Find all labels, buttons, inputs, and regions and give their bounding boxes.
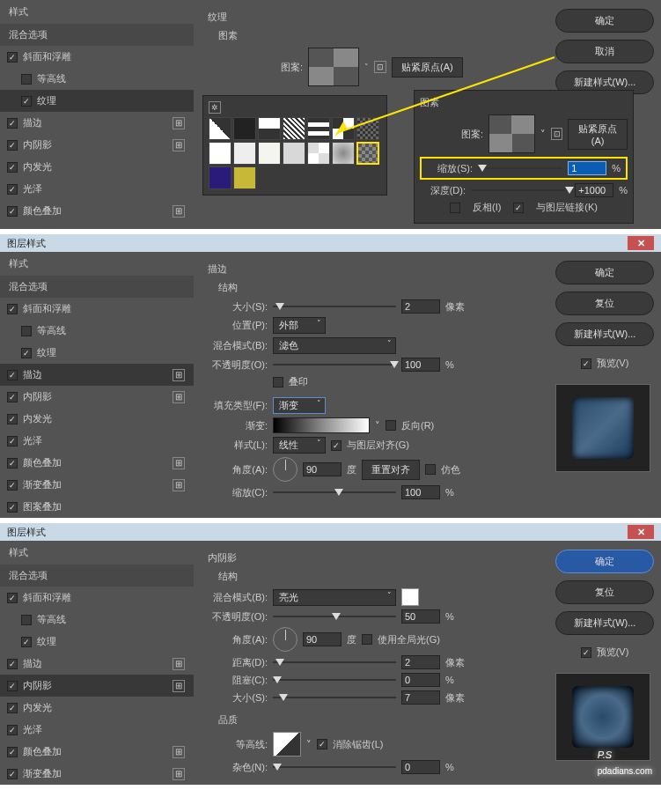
checkbox-icon[interactable] xyxy=(7,52,18,63)
sidebar-item-stroke[interactable]: 描边 xyxy=(0,112,194,134)
new-preset-icon[interactable]: ⊡ xyxy=(551,128,562,140)
chevron-down-icon[interactable]: ˅ xyxy=(306,739,312,750)
sidebar-item-satin[interactable]: 光泽 xyxy=(0,430,194,452)
chevron-down-icon[interactable]: ˅ xyxy=(364,63,369,71)
distance-slider[interactable] xyxy=(273,661,396,663)
ok-button[interactable]: 确定 xyxy=(555,261,654,284)
sidebar-item-gradient-overlay[interactable]: 渐变叠加 xyxy=(0,474,194,496)
align-checkbox[interactable] xyxy=(331,440,342,451)
add-icon[interactable] xyxy=(173,658,185,670)
angle-dial[interactable] xyxy=(273,457,297,482)
style-title[interactable]: 样式 xyxy=(0,0,194,24)
depth-input[interactable] xyxy=(575,183,613,197)
pattern-item[interactable] xyxy=(209,166,231,189)
sidebar-item-stroke[interactable]: 描边 xyxy=(0,653,194,675)
opacity-input[interactable] xyxy=(401,609,440,624)
size-input[interactable] xyxy=(401,299,440,314)
antialias-checkbox[interactable] xyxy=(317,739,327,749)
reset-align-button[interactable]: 重置对齐 xyxy=(362,460,420,480)
blend-options[interactable]: 混合选项 xyxy=(0,565,194,587)
sidebar-item-bevel[interactable]: 斜面和浮雕 xyxy=(0,587,194,609)
cancel-button[interactable]: 取消 xyxy=(555,40,654,63)
checkbox-icon[interactable] xyxy=(7,206,18,217)
sidebar-item-texture[interactable]: 纹理 xyxy=(0,631,194,653)
pattern-item[interactable] xyxy=(233,117,256,140)
add-icon[interactable] xyxy=(173,139,185,151)
sidebar-item-contour[interactable]: 等高线 xyxy=(0,320,194,342)
blend-options[interactable]: 混合选项 xyxy=(0,276,194,298)
close-icon[interactable]: ✕ xyxy=(628,525,654,539)
sidebar-item-inner-glow[interactable]: 内发光 xyxy=(0,408,194,430)
position-select[interactable]: 外部 xyxy=(273,317,326,334)
pattern-item[interactable] xyxy=(307,142,330,165)
sidebar-item-bevel[interactable]: 斜面和浮雕 xyxy=(0,46,194,68)
sidebar-item-texture[interactable]: 纹理 xyxy=(0,90,194,112)
sidebar-item-contour[interactable]: 等高线 xyxy=(0,68,194,90)
blend-options[interactable]: 混合选项 xyxy=(0,24,194,46)
sidebar-item-bevel[interactable]: 斜面和浮雕 xyxy=(0,298,194,320)
new-style-button[interactable]: 新建样式(W)... xyxy=(555,611,654,635)
sidebar-item-color-overlay[interactable]: 颜色叠加 xyxy=(0,452,194,474)
style-title[interactable]: 样式 xyxy=(0,252,194,276)
angle-input[interactable] xyxy=(303,632,342,646)
size-input[interactable] xyxy=(401,690,440,705)
pattern-item[interactable] xyxy=(332,142,355,165)
noise-slider[interactable] xyxy=(273,766,396,768)
ok-button[interactable]: 确定 xyxy=(555,550,654,573)
choke-input[interactable] xyxy=(401,673,440,687)
pattern-item[interactable] xyxy=(283,142,305,165)
checkbox-icon[interactable] xyxy=(7,118,18,129)
close-icon[interactable]: ✕ xyxy=(628,236,654,250)
angle-input[interactable] xyxy=(303,462,342,476)
ok-button[interactable]: 确定 xyxy=(555,9,654,33)
opacity-slider[interactable] xyxy=(273,364,396,365)
sidebar-item-inner-glow[interactable]: 内发光 xyxy=(0,156,194,178)
invert-checkbox[interactable] xyxy=(450,203,460,213)
pattern-item[interactable] xyxy=(332,117,355,140)
pattern-item[interactable] xyxy=(307,117,330,140)
checkbox-icon[interactable] xyxy=(7,140,18,151)
blend-select[interactable]: 滤色 xyxy=(273,337,396,354)
add-icon[interactable] xyxy=(173,205,185,218)
overprint-checkbox[interactable] xyxy=(273,377,283,388)
sidebar-item-inner-shadow[interactable]: 内阴影 xyxy=(0,675,194,697)
reverse-checkbox[interactable] xyxy=(386,420,396,431)
style-select[interactable]: 线性 xyxy=(273,437,326,454)
sidebar-item-texture[interactable]: 纹理 xyxy=(0,342,194,364)
sidebar-item-inner-shadow[interactable]: 内阴影 xyxy=(0,386,194,408)
sidebar-item-inner-shadow[interactable]: 内阴影 xyxy=(0,134,194,156)
size-slider[interactable] xyxy=(273,306,396,307)
sidebar-item-color-overlay[interactable]: 颜色叠加 xyxy=(0,200,194,222)
choke-slider[interactable] xyxy=(273,679,396,681)
pattern-item[interactable] xyxy=(258,117,281,140)
chevron-down-icon[interactable]: ˅ xyxy=(540,129,546,140)
global-light-checkbox[interactable] xyxy=(362,634,372,645)
add-icon[interactable] xyxy=(173,457,185,469)
chevron-down-icon[interactable]: ˅ xyxy=(375,420,380,432)
sidebar-item-color-overlay[interactable]: 颜色叠加 xyxy=(0,741,194,763)
angle-dial[interactable] xyxy=(273,627,297,652)
sidebar-item-inner-glow[interactable]: 内发光 xyxy=(0,697,194,719)
gradient-picker[interactable] xyxy=(273,417,370,433)
add-icon[interactable] xyxy=(173,768,185,780)
checkbox-icon[interactable] xyxy=(7,184,18,195)
pattern-item[interactable] xyxy=(283,117,305,140)
pattern-item-selected[interactable] xyxy=(356,142,379,165)
add-icon[interactable] xyxy=(173,746,185,758)
preview-checkbox[interactable] xyxy=(581,358,591,369)
filltype-select[interactable]: 渐变 xyxy=(273,397,326,414)
sidebar-item-satin[interactable]: 光泽 xyxy=(0,719,194,741)
scale-input[interactable] xyxy=(401,485,440,499)
preview-checkbox[interactable] xyxy=(581,647,591,658)
sidebar-item-satin[interactable]: 光泽 xyxy=(0,178,194,200)
add-icon[interactable] xyxy=(173,117,185,129)
sidebar-item-stroke[interactable]: 描边 xyxy=(0,364,194,386)
style-title[interactable]: 样式 xyxy=(0,541,194,565)
color-swatch[interactable] xyxy=(401,588,419,606)
add-icon[interactable] xyxy=(173,680,185,692)
sidebar-item-pattern-overlay[interactable]: 图案叠加 xyxy=(0,496,194,518)
pattern-swatch[interactable] xyxy=(488,114,535,153)
snap-origin-button[interactable]: 贴紧原点(A) xyxy=(568,119,628,150)
contour-picker[interactable] xyxy=(273,732,301,757)
pattern-item[interactable] xyxy=(258,142,281,165)
